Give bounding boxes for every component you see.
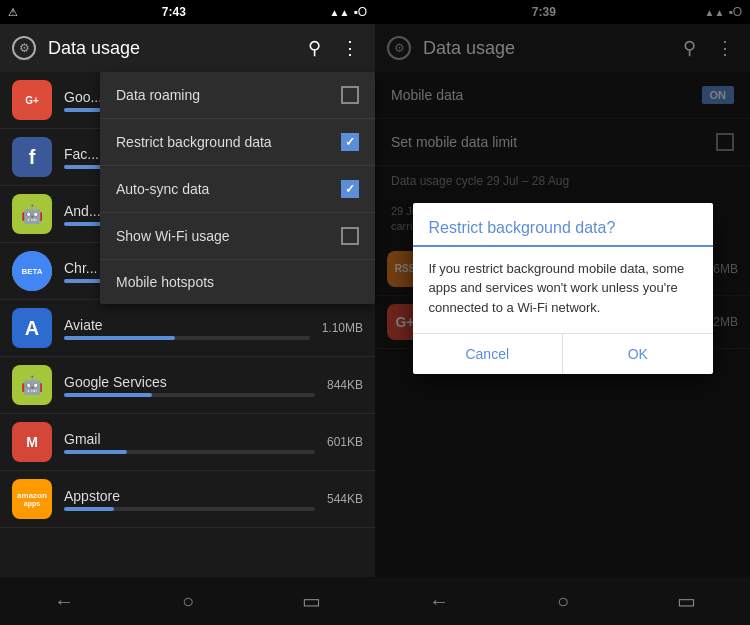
left-toolbar-title: Data usage: [48, 38, 292, 59]
menu-item-show-wifi[interactable]: Show Wi-Fi usage: [100, 213, 375, 260]
data-roaming-checkbox[interactable]: [341, 86, 359, 104]
settings-icon: ⚙: [12, 36, 36, 60]
appstore-bar-wrap: [64, 507, 315, 511]
left-panel: ⚠ 7:43 ▲▲ ▪O ⚙ Data usage ⚲ ⋮ Data roami…: [0, 0, 375, 625]
gservices-bar: [64, 393, 152, 397]
right-home-button[interactable]: ○: [541, 582, 585, 621]
appstore-info: Appstore: [64, 488, 315, 511]
left-time: 7:43: [162, 5, 186, 19]
dialog-body: If you restrict background mobile data, …: [413, 247, 713, 334]
aviate-info: Aviate: [64, 317, 310, 340]
gmail-icon: M: [12, 422, 52, 462]
right-back-button[interactable]: ←: [413, 582, 465, 621]
aviate-size: 1.10MB: [322, 321, 363, 335]
gservices-size: 844KB: [327, 378, 363, 392]
left-status-right: ▲▲ ▪O: [330, 5, 367, 19]
right-bottom-nav: ← ○ ▭: [375, 577, 750, 625]
left-status-left: ⚠: [8, 6, 18, 19]
restrict-bg-checkbox[interactable]: [341, 133, 359, 151]
menu-item-data-roaming[interactable]: Data roaming: [100, 72, 375, 119]
menu-item-hotspots-label: Mobile hotspots: [116, 274, 214, 290]
left-more-button[interactable]: ⋮: [337, 33, 363, 63]
gservices-bar-wrap: [64, 393, 315, 397]
chrome-icon: BETA: [12, 251, 52, 291]
aviate-name: Aviate: [64, 317, 310, 333]
left-bottom-nav: ← ○ ▭: [0, 577, 375, 625]
appstore-icon: amazon apps: [12, 479, 52, 519]
left-back-button[interactable]: ←: [38, 582, 90, 621]
appstore-bar: [64, 507, 114, 511]
right-recent-button[interactable]: ▭: [661, 581, 712, 621]
dialog-overlay: Restrict background data? If you restric…: [375, 0, 750, 577]
dropdown-menu: Data roaming Restrict background data Au…: [100, 72, 375, 304]
show-wifi-checkbox[interactable]: [341, 227, 359, 245]
menu-item-auto-sync-label: Auto-sync data: [116, 181, 209, 197]
gmail-size: 601KB: [327, 435, 363, 449]
left-home-button[interactable]: ○: [166, 582, 210, 621]
app-item-aviate[interactable]: A Aviate 1.10MB: [0, 300, 375, 357]
dialog-actions: Cancel OK: [413, 333, 713, 374]
gservices-name: Google Services: [64, 374, 315, 390]
right-panel: 7:39 ▲▲ ▪O ⚙ Data usage ⚲ ⋮ Mobile data …: [375, 0, 750, 625]
left-search-button[interactable]: ⚲: [304, 33, 325, 63]
google-icon: G+: [12, 80, 52, 120]
left-status-bar: ⚠ 7:43 ▲▲ ▪O: [0, 0, 375, 24]
left-recent-button[interactable]: ▭: [286, 581, 337, 621]
dialog-cancel-button[interactable]: Cancel: [413, 334, 564, 374]
app-item-gmail[interactable]: M Gmail 601KB: [0, 414, 375, 471]
aviate-bar-wrap: [64, 336, 310, 340]
auto-sync-checkbox[interactable]: [341, 180, 359, 198]
dialog-ok-button[interactable]: OK: [563, 334, 713, 374]
signal-icon: ▲▲: [330, 7, 350, 18]
dialog-title: Restrict background data?: [413, 203, 713, 247]
gservices-icon: 🤖: [12, 365, 52, 405]
app-item-gservices[interactable]: 🤖 Google Services 844KB: [0, 357, 375, 414]
android-icon: 🤖: [12, 194, 52, 234]
appstore-size: 544KB: [327, 492, 363, 506]
menu-item-restrict-bg-label: Restrict background data: [116, 134, 272, 150]
gmail-name: Gmail: [64, 431, 315, 447]
gmail-bar: [64, 450, 127, 454]
battery-icon: ▪O: [353, 5, 367, 19]
warning-icon: ⚠: [8, 6, 18, 19]
left-toolbar: ⚙ Data usage ⚲ ⋮: [0, 24, 375, 72]
facebook-icon: f: [12, 137, 52, 177]
aviate-icon: A: [12, 308, 52, 348]
menu-item-auto-sync[interactable]: Auto-sync data: [100, 166, 375, 213]
app-item-appstore[interactable]: amazon apps Appstore 544KB: [0, 471, 375, 528]
aviate-bar: [64, 336, 175, 340]
gservices-info: Google Services: [64, 374, 315, 397]
menu-item-hotspots[interactable]: Mobile hotspots: [100, 260, 375, 304]
menu-item-restrict-bg[interactable]: Restrict background data: [100, 119, 375, 166]
menu-item-show-wifi-label: Show Wi-Fi usage: [116, 228, 230, 244]
gmail-info: Gmail: [64, 431, 315, 454]
menu-item-data-roaming-label: Data roaming: [116, 87, 200, 103]
appstore-name: Appstore: [64, 488, 315, 504]
restrict-dialog: Restrict background data? If you restric…: [413, 203, 713, 375]
gmail-bar-wrap: [64, 450, 315, 454]
